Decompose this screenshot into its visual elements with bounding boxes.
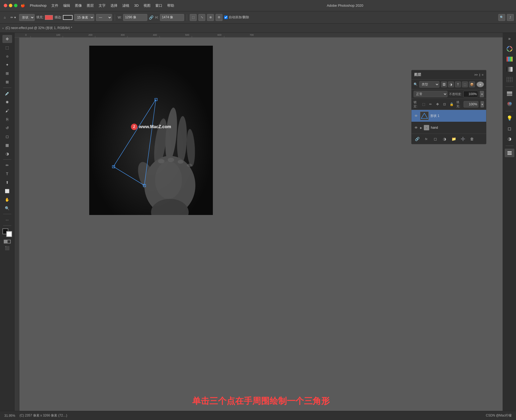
lock-move-icon[interactable]: ✥ xyxy=(435,102,440,107)
dodge-tool[interactable]: ◑ xyxy=(2,150,12,158)
opacity-input[interactable] xyxy=(463,91,478,97)
filter-adjustment-icon[interactable]: ◑ xyxy=(448,81,454,87)
active-layers-icon-btn[interactable] xyxy=(505,149,514,157)
path-select-tool[interactable]: ⬆ xyxy=(2,178,12,186)
home-button[interactable]: ⌂ xyxy=(2,15,7,20)
menu-view[interactable]: 视图 xyxy=(144,3,150,8)
light-bulb-icon-btn[interactable]: 💡 xyxy=(505,114,514,123)
adjustment-button[interactable]: ◑ xyxy=(441,135,448,142)
lock-all-icon[interactable]: 🔒 xyxy=(449,102,454,107)
quick-mask-button[interactable] xyxy=(4,240,11,243)
spot-heal-tool[interactable]: ✺ xyxy=(2,98,12,106)
color-wheel-icon-btn[interactable] xyxy=(505,45,514,53)
tab-close-button[interactable]: × xyxy=(2,27,4,30)
line-style-select[interactable]: — xyxy=(96,14,112,21)
collapse-panels-icon[interactable]: » xyxy=(505,35,514,42)
channels-icon-btn[interactable] xyxy=(505,100,514,108)
pen-tool[interactable]: ✏ xyxy=(2,161,12,169)
delete-layer-button[interactable]: 🗑 xyxy=(468,135,475,142)
filter-toggle[interactable]: ● xyxy=(476,81,484,87)
menu-text[interactable]: 文字 xyxy=(99,3,106,8)
crop-tool[interactable]: ⊞ xyxy=(2,69,12,77)
type-tool[interactable]: T xyxy=(2,170,12,178)
menu-image[interactable]: 图像 xyxy=(75,3,82,8)
fx-button[interactable]: fx xyxy=(423,135,430,142)
history-brush-tool[interactable]: ↺ xyxy=(2,124,12,132)
zoom-tool[interactable]: 🔍 xyxy=(2,204,12,212)
fill-input[interactable] xyxy=(464,101,478,107)
fill-swatch[interactable] xyxy=(45,15,53,20)
gradient-tool[interactable]: ▦ xyxy=(2,141,12,149)
stroke-swatch[interactable] xyxy=(63,15,73,20)
lock-artboard-icon[interactable]: ⊡ xyxy=(442,102,447,107)
lock-position-icon[interactable]: ✏ xyxy=(428,102,433,107)
layer-visibility-shape1[interactable]: 👁 xyxy=(414,113,418,118)
transform-button[interactable]: ⤡ xyxy=(198,14,205,21)
apple-menu[interactable]: 🍎 xyxy=(21,3,25,8)
search-button[interactable]: 🔍 xyxy=(498,14,505,21)
filter-smartobj-icon[interactable]: 📦 xyxy=(469,81,475,87)
menu-edit[interactable]: 编辑 xyxy=(63,3,70,8)
layers-menu-icon[interactable]: ≡ xyxy=(482,73,483,76)
link-proportions-icon[interactable]: 🔗 xyxy=(149,15,153,20)
magic-wand-tool[interactable]: ✦ xyxy=(2,61,12,69)
canvas-area[interactable]: Z www.MacZ.com 单击三个点在手周围绘制一个三角形 图层 >> xyxy=(19,38,503,411)
screen-mode-button[interactable]: ⬛ xyxy=(2,244,12,252)
eraser-tool[interactable]: ◻ xyxy=(2,132,12,141)
auto-add-checkbox[interactable] xyxy=(224,16,228,19)
brush-tool[interactable]: 🖌 xyxy=(2,107,12,115)
filter-text-icon[interactable]: T xyxy=(455,81,461,87)
menu-select[interactable]: 选择 xyxy=(110,3,117,8)
align-left-button[interactable]: ⬚ xyxy=(190,14,197,21)
menu-help[interactable]: 帮助 xyxy=(167,3,174,8)
layer-row-hand[interactable]: 👁 ▶ ▫ hand xyxy=(411,122,486,134)
hand-tool[interactable]: ✋ xyxy=(2,196,12,204)
share-button[interactable]: ⤴ xyxy=(507,14,514,21)
adjustments-icon-btn[interactable]: ◑ xyxy=(505,134,514,143)
properties-icon-btn[interactable]: ◻ xyxy=(505,124,514,133)
pen-tool-button[interactable]: ✏ ▾ xyxy=(9,15,17,20)
menu-layer[interactable]: 图层 xyxy=(87,3,94,8)
pattern-icon-btn[interactable] xyxy=(505,75,514,84)
link-layers-button[interactable]: 🔗 xyxy=(414,135,421,142)
clone-stamp-tool[interactable]: ⎘ xyxy=(2,115,12,123)
width-input[interactable] xyxy=(123,14,147,21)
layers-type-select[interactable]: 类型 xyxy=(419,81,439,88)
menu-photoshop[interactable]: Photoshop xyxy=(30,3,46,8)
eyedropper-tool[interactable]: 💉 xyxy=(2,89,12,98)
height-input[interactable] xyxy=(160,14,184,21)
menu-filter[interactable]: 滤镜 xyxy=(122,3,129,8)
filter-shape-icon[interactable]: ⬚ xyxy=(462,81,468,87)
filter-pixel-icon[interactable]: 🖼 xyxy=(441,81,447,87)
layer-group-arrow[interactable]: ▶ xyxy=(420,126,422,129)
tool-mode-select[interactable]: 形状 xyxy=(19,14,35,21)
menu-window[interactable]: 窗口 xyxy=(155,3,162,8)
lock-pixels-icon[interactable]: ⬚ xyxy=(421,102,426,107)
layer-visibility-hand[interactable]: 👁 xyxy=(414,125,418,130)
path-operations-button[interactable]: ⊕ xyxy=(207,14,214,21)
swatches-icon-btn[interactable] xyxy=(505,55,514,63)
layers-expand-icon[interactable]: >> xyxy=(474,73,478,76)
settings-button[interactable]: ⚙ xyxy=(216,14,223,21)
lasso-tool[interactable]: ⌾ xyxy=(2,52,12,60)
shape-tool[interactable]: ⬜ xyxy=(2,187,12,195)
background-color[interactable] xyxy=(6,231,12,237)
close-button[interactable] xyxy=(4,4,7,7)
more-tools[interactable]: ··· xyxy=(2,216,12,224)
add-mask-button[interactable]: ◻ xyxy=(432,135,439,142)
auto-add-option[interactable]: 自动添加/删除 xyxy=(224,15,249,20)
blend-mode-select[interactable]: 正常 xyxy=(414,91,447,97)
opacity-arrow[interactable]: ▾ xyxy=(480,91,484,97)
gradient-icon-btn[interactable] xyxy=(505,65,514,74)
menu-file[interactable]: 文件 xyxy=(51,3,58,8)
layer-row-shape1[interactable]: 👁 形状 1 xyxy=(411,110,486,122)
maximize-button[interactable] xyxy=(14,4,17,7)
new-group-button[interactable]: 📁 xyxy=(450,135,457,142)
minimize-button[interactable] xyxy=(9,4,12,7)
move-tool[interactable]: ✥ xyxy=(2,35,12,43)
new-layer-button[interactable]: ➕ xyxy=(459,135,466,142)
fill-arrow[interactable]: ▾ xyxy=(481,101,484,107)
layers-icon-btn[interactable] xyxy=(505,89,514,98)
marquee-tool[interactable]: ⬚ xyxy=(2,44,12,52)
frame-tool[interactable]: ⊠ xyxy=(2,78,12,86)
